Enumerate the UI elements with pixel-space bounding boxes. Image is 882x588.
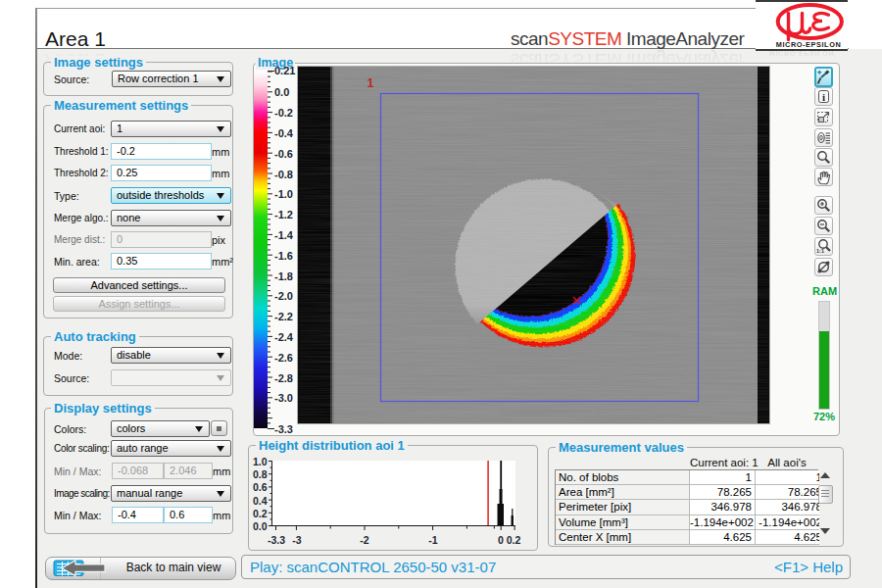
svg-text:1:1: 1:1 [816,248,824,254]
svg-text:1: 1 [368,76,374,90]
svg-text:MICRO-EPSILON: MICRO-EPSILON [776,40,842,48]
svg-text:i: i [822,91,825,103]
